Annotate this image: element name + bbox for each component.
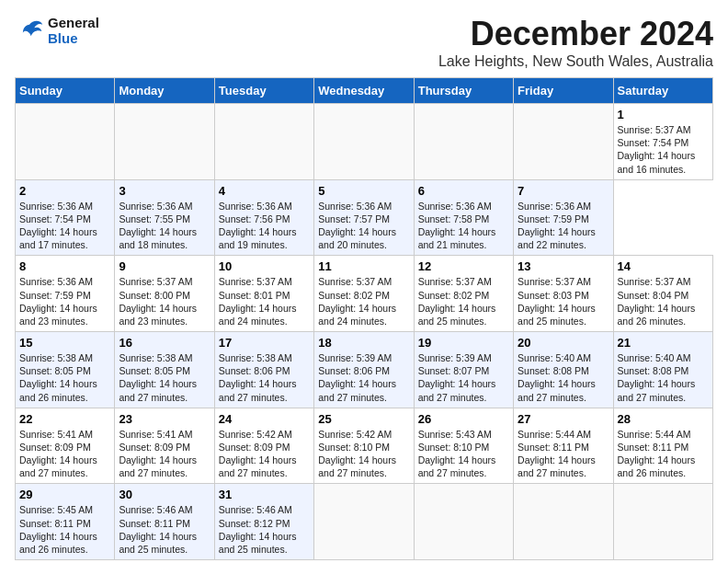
calendar-day-cell: 31Sunrise: 5:46 AMSunset: 8:12 PMDayligh… <box>214 484 313 560</box>
day-number: 31 <box>219 488 310 501</box>
day-info: Sunrise: 5:36 AMSunset: 7:56 PMDaylight:… <box>219 200 310 252</box>
day-info: Sunrise: 5:42 AMSunset: 8:10 PMDaylight:… <box>318 428 409 480</box>
day-info: Sunrise: 5:39 AMSunset: 8:07 PMDaylight:… <box>418 351 509 404</box>
calendar-day-cell: 6Sunrise: 5:36 AMSunset: 7:58 PMDaylight… <box>414 179 513 256</box>
calendar-day-cell: 18Sunrise: 5:39 AMSunset: 8:06 PMDayligh… <box>314 332 414 408</box>
empty-cell <box>314 484 414 560</box>
day-info: Sunrise: 5:36 AMSunset: 7:54 PMDaylight:… <box>19 200 110 252</box>
day-number: 3 <box>119 184 210 198</box>
day-header-saturday: Saturday <box>613 78 712 104</box>
calendar-day-cell: 20Sunrise: 5:40 AMSunset: 8:08 PMDayligh… <box>514 332 613 408</box>
calendar-day-cell: 8Sunrise: 5:36 AMSunset: 7:59 PMDaylight… <box>16 256 115 332</box>
day-number: 9 <box>119 259 210 273</box>
calendar-week-row: 15Sunrise: 5:38 AMSunset: 8:05 PMDayligh… <box>16 332 713 408</box>
calendar-day-cell: 22Sunrise: 5:41 AMSunset: 8:09 PMDayligh… <box>16 408 115 484</box>
day-number: 26 <box>418 412 509 426</box>
day-number: 28 <box>618 412 709 426</box>
day-header-tuesday: Tuesday <box>214 78 313 104</box>
day-info: Sunrise: 5:39 AMSunset: 8:06 PMDaylight:… <box>318 351 409 404</box>
empty-cell <box>514 104 613 180</box>
calendar-day-cell: 19Sunrise: 5:39 AMSunset: 8:07 PMDayligh… <box>414 332 513 408</box>
title-area: December 2024 Lake Heights, New South Wa… <box>438 15 713 70</box>
day-number: 24 <box>219 412 310 426</box>
day-info: Sunrise: 5:41 AMSunset: 8:09 PMDaylight:… <box>19 428 110 480</box>
calendar-week-row: 29Sunrise: 5:45 AMSunset: 8:11 PMDayligh… <box>16 484 713 560</box>
calendar-day-cell: 7Sunrise: 5:36 AMSunset: 7:59 PMDaylight… <box>514 179 613 256</box>
day-info: Sunrise: 5:37 AMSunset: 7:54 PMDaylight:… <box>618 123 709 176</box>
day-number: 10 <box>219 259 310 273</box>
calendar-day-cell: 25Sunrise: 5:42 AMSunset: 8:10 PMDayligh… <box>314 408 414 484</box>
day-info: Sunrise: 5:44 AMSunset: 8:11 PMDaylight:… <box>518 428 609 480</box>
day-number: 5 <box>318 184 409 198</box>
day-info: Sunrise: 5:36 AMSunset: 7:59 PMDaylight:… <box>518 200 609 252</box>
day-number: 14 <box>618 259 709 273</box>
day-info: Sunrise: 5:46 AMSunset: 8:12 PMDaylight:… <box>219 503 310 556</box>
day-number: 13 <box>518 259 609 273</box>
day-number: 22 <box>19 412 110 426</box>
calendar-day-cell: 12Sunrise: 5:37 AMSunset: 8:02 PMDayligh… <box>414 256 513 332</box>
day-info: Sunrise: 5:37 AMSunset: 8:02 PMDaylight:… <box>318 275 409 327</box>
day-number: 16 <box>119 336 210 350</box>
day-number: 12 <box>418 259 509 273</box>
month-title: December 2024 <box>438 15 713 53</box>
day-info: Sunrise: 5:45 AMSunset: 8:11 PMDaylight:… <box>19 503 110 556</box>
calendar-day-cell: 28Sunrise: 5:44 AMSunset: 8:11 PMDayligh… <box>613 408 712 484</box>
day-info: Sunrise: 5:36 AMSunset: 7:59 PMDaylight:… <box>19 275 110 327</box>
calendar-day-cell: 23Sunrise: 5:41 AMSunset: 8:09 PMDayligh… <box>115 408 214 484</box>
calendar-day-cell: 21Sunrise: 5:40 AMSunset: 8:08 PMDayligh… <box>613 332 712 408</box>
calendar-day-cell: 5Sunrise: 5:36 AMSunset: 7:57 PMDaylight… <box>314 179 414 256</box>
location-subtitle: Lake Heights, New South Wales, Australia <box>438 53 713 70</box>
day-info: Sunrise: 5:37 AMSunset: 8:04 PMDaylight:… <box>618 275 709 327</box>
day-number: 7 <box>518 184 609 198</box>
day-number: 19 <box>418 336 509 350</box>
calendar-day-cell: 10Sunrise: 5:37 AMSunset: 8:01 PMDayligh… <box>214 256 313 332</box>
calendar-day-cell: 2Sunrise: 5:36 AMSunset: 7:54 PMDaylight… <box>16 179 115 256</box>
day-number: 23 <box>119 412 210 426</box>
empty-cell <box>414 484 513 560</box>
calendar-day-cell: 13Sunrise: 5:37 AMSunset: 8:03 PMDayligh… <box>514 256 613 332</box>
calendar-day-cell: 1Sunrise: 5:37 AMSunset: 7:54 PMDaylight… <box>613 104 712 180</box>
day-info: Sunrise: 5:38 AMSunset: 8:05 PMDaylight:… <box>119 351 210 404</box>
day-info: Sunrise: 5:37 AMSunset: 8:03 PMDaylight:… <box>518 275 609 327</box>
day-info: Sunrise: 5:44 AMSunset: 8:11 PMDaylight:… <box>618 428 709 480</box>
day-info: Sunrise: 5:41 AMSunset: 8:09 PMDaylight:… <box>119 428 210 480</box>
calendar-week-row: 2Sunrise: 5:36 AMSunset: 7:54 PMDaylight… <box>16 179 713 256</box>
calendar-header-row: SundayMondayTuesdayWednesdayThursdayFrid… <box>16 78 713 104</box>
logo-text: General Blue <box>48 15 99 46</box>
day-info: Sunrise: 5:38 AMSunset: 8:05 PMDaylight:… <box>19 351 110 404</box>
empty-cell <box>414 104 513 180</box>
calendar-week-row: 22Sunrise: 5:41 AMSunset: 8:09 PMDayligh… <box>16 408 713 484</box>
day-number: 1 <box>618 108 709 121</box>
calendar-week-row: 1Sunrise: 5:37 AMSunset: 7:54 PMDaylight… <box>16 104 713 180</box>
logo-icon <box>15 17 44 43</box>
day-info: Sunrise: 5:42 AMSunset: 8:09 PMDaylight:… <box>219 428 310 480</box>
calendar-day-cell: 3Sunrise: 5:36 AMSunset: 7:55 PMDaylight… <box>115 179 214 256</box>
calendar-day-cell: 26Sunrise: 5:43 AMSunset: 8:10 PMDayligh… <box>414 408 513 484</box>
day-number: 17 <box>219 336 310 350</box>
header: General Blue December 2024 Lake Heights,… <box>15 15 713 70</box>
calendar-table: SundayMondayTuesdayWednesdayThursdayFrid… <box>15 77 713 560</box>
calendar-day-cell: 11Sunrise: 5:37 AMSunset: 8:02 PMDayligh… <box>314 256 414 332</box>
calendar-day-cell: 29Sunrise: 5:45 AMSunset: 8:11 PMDayligh… <box>16 484 115 560</box>
day-info: Sunrise: 5:46 AMSunset: 8:11 PMDaylight:… <box>119 503 210 556</box>
calendar-day-cell: 15Sunrise: 5:38 AMSunset: 8:05 PMDayligh… <box>16 332 115 408</box>
day-header-sunday: Sunday <box>16 78 115 104</box>
day-header-thursday: Thursday <box>414 78 513 104</box>
calendar-day-cell: 24Sunrise: 5:42 AMSunset: 8:09 PMDayligh… <box>214 408 313 484</box>
day-number: 15 <box>19 336 110 350</box>
day-number: 20 <box>518 336 609 350</box>
day-number: 11 <box>318 259 409 273</box>
day-info: Sunrise: 5:36 AMSunset: 7:57 PMDaylight:… <box>318 200 409 252</box>
empty-cell <box>314 104 414 180</box>
day-number: 25 <box>318 412 409 426</box>
calendar-day-cell: 17Sunrise: 5:38 AMSunset: 8:06 PMDayligh… <box>214 332 313 408</box>
empty-cell <box>214 104 313 180</box>
logo: General Blue <box>15 15 99 46</box>
day-number: 2 <box>19 184 110 198</box>
calendar-day-cell: 27Sunrise: 5:44 AMSunset: 8:11 PMDayligh… <box>514 408 613 484</box>
calendar-day-cell: 30Sunrise: 5:46 AMSunset: 8:11 PMDayligh… <box>115 484 214 560</box>
day-number: 30 <box>119 488 210 501</box>
day-number: 8 <box>19 259 110 273</box>
calendar-day-cell: 16Sunrise: 5:38 AMSunset: 8:05 PMDayligh… <box>115 332 214 408</box>
day-info: Sunrise: 5:37 AMSunset: 8:02 PMDaylight:… <box>418 275 509 327</box>
